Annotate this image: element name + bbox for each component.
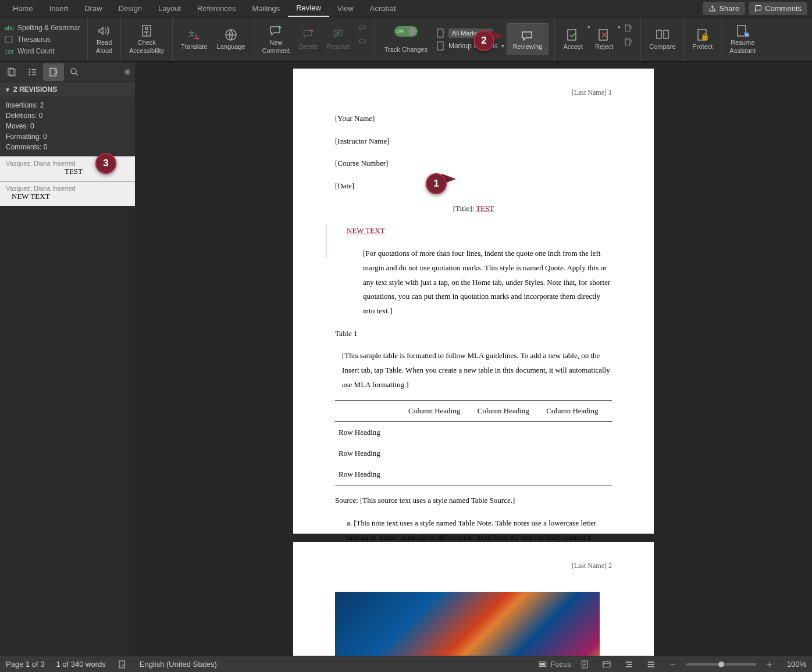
- revisions-title: 2 REVISIONS: [13, 85, 57, 94]
- comments-button[interactable]: Comments: [749, 2, 807, 15]
- revision-item[interactable]: Vasquez, Diana Inserted NEW TEXT: [0, 181, 135, 206]
- language-button[interactable]: Language: [212, 20, 250, 59]
- delete-comment-button[interactable]: Delete: [294, 20, 322, 59]
- focus-mode-button[interactable]: Focus: [537, 658, 571, 671]
- document-page-1[interactable]: [Last Name] 1 [Your Name] [Instructor Na…: [293, 69, 654, 534]
- svg-point-4: [145, 27, 148, 30]
- revision-author: Vasquez, Diana Inserted: [6, 185, 129, 192]
- doc-new-text-insertion[interactable]: NEW TEXT: [347, 224, 612, 238]
- doc-source[interactable]: Source: [This source text uses a style n…: [335, 494, 612, 508]
- doc-table-caption[interactable]: [This sample table is formatted to follo…: [342, 349, 612, 392]
- doc-date[interactable]: [Date]: [335, 179, 612, 194]
- draft-view-button[interactable]: [642, 658, 660, 671]
- thumbnails-tab[interactable]: [1, 63, 22, 81]
- deletions-count: Deletions: 0: [6, 110, 129, 121]
- next-comment-button[interactable]: [356, 36, 370, 49]
- check-accessibility-button[interactable]: Check Accessibility: [124, 20, 169, 59]
- share-icon: [708, 5, 716, 12]
- outline-tab[interactable]: [22, 63, 43, 81]
- tab-home[interactable]: Home: [5, 1, 41, 16]
- document-area[interactable]: [Last Name] 1 [Your Name] [Instructor Na…: [135, 62, 812, 656]
- svg-text:文: 文: [188, 30, 195, 37]
- compare-button[interactable]: Compare: [644, 20, 680, 59]
- new-comment-button[interactable]: New Comment: [258, 20, 295, 59]
- accept-button[interactable]: Accept: [558, 27, 587, 52]
- close-panel-button[interactable]: [121, 66, 134, 78]
- toggle-on-label: ON: [397, 28, 404, 34]
- svg-rect-32: [603, 662, 610, 667]
- zoom-level[interactable]: 100%: [783, 660, 806, 669]
- tab-mailings[interactable]: Mailings: [244, 1, 289, 16]
- track-changes-toggle[interactable]: ON: [394, 26, 418, 37]
- svg-point-23: [29, 72, 30, 73]
- revision-text: NEW TEXT: [6, 192, 129, 201]
- zoom-in-button[interactable]: +: [761, 658, 778, 671]
- status-page[interactable]: Page 1 of 3: [6, 660, 45, 669]
- thesaurus-button[interactable]: Thesaurus: [3, 35, 81, 44]
- web-layout-button[interactable]: [598, 658, 615, 671]
- accessibility-icon: [140, 24, 154, 38]
- doc-title-prefix: [Title]:: [453, 204, 476, 213]
- find-tab[interactable]: [64, 63, 85, 81]
- print-layout-button[interactable]: [576, 658, 593, 671]
- next-change-button[interactable]: [622, 36, 636, 49]
- read-aloud-button[interactable]: Read Aloud: [91, 20, 117, 59]
- tab-design[interactable]: Design: [111, 1, 150, 16]
- resolve-comment-button[interactable]: Resolve: [322, 20, 355, 59]
- tab-acrobat[interactable]: Acrobat: [362, 1, 404, 16]
- reject-button[interactable]: Reject: [590, 27, 618, 52]
- doc-table-label[interactable]: Table 1: [335, 327, 612, 341]
- insertions-count: Insertions: 2: [6, 100, 129, 110]
- table-row[interactable]: Row Heading: [335, 464, 612, 485]
- spelling-grammar-button[interactable]: abc Spelling & Grammar: [3, 23, 81, 33]
- doc-quote-block[interactable]: [For quotations of more than four lines,…: [363, 246, 612, 318]
- tab-view[interactable]: View: [329, 1, 362, 16]
- tab-layout[interactable]: Layout: [150, 1, 189, 16]
- translate-label: Translate: [181, 43, 207, 51]
- protect-button[interactable]: Protect: [688, 20, 717, 59]
- tab-draw[interactable]: Draw: [76, 1, 110, 16]
- reviewing-pane-button[interactable]: Reviewing: [507, 23, 549, 55]
- table-row[interactable]: Row Heading: [335, 422, 612, 444]
- svg-rect-12: [625, 39, 630, 45]
- svg-text:123: 123: [5, 49, 13, 55]
- doc-course[interactable]: [Course Number]: [335, 156, 612, 171]
- share-button[interactable]: Share: [703, 2, 745, 15]
- revisions-header[interactable]: ▼ 2 REVISIONS: [0, 83, 135, 96]
- tab-review[interactable]: Review: [288, 0, 329, 17]
- thesaurus-icon: [5, 36, 14, 43]
- resume-assistant-button[interactable]: in Resume Assistant: [725, 20, 760, 59]
- doc-title-line[interactable]: [Title]: TEST: [335, 202, 612, 216]
- tab-references[interactable]: References: [189, 1, 244, 16]
- doc-instructor[interactable]: [Instructor Name]: [335, 134, 612, 149]
- revisions-tab[interactable]: [43, 63, 64, 81]
- tab-insert[interactable]: Insert: [41, 1, 77, 16]
- status-language[interactable]: English (United States): [140, 660, 217, 669]
- protect-icon: [696, 28, 710, 42]
- row-heading: Row Heading: [335, 464, 405, 485]
- doc-image[interactable]: [335, 592, 600, 656]
- zoom-thumb[interactable]: [718, 662, 724, 667]
- ribbon: abc Spelling & Grammar Thesaurus 123 Wor…: [0, 17, 812, 62]
- doc-your-name[interactable]: [Your Name]: [335, 112, 612, 126]
- wordcount-label: Word Count: [17, 47, 55, 55]
- prev-change-button[interactable]: [622, 22, 636, 35]
- prev-comment-button[interactable]: [356, 22, 370, 35]
- zoom-slider[interactable]: [686, 663, 756, 666]
- change-indicator-bar: [326, 224, 326, 258]
- status-words[interactable]: 1 of 340 words: [56, 660, 106, 669]
- doc-note[interactable]: a. [This note text uses a style named Ta…: [347, 516, 612, 545]
- callout-label: 2: [481, 35, 486, 47]
- svg-rect-11: [625, 25, 630, 31]
- outline-view-button[interactable]: [620, 658, 638, 671]
- word-count-button[interactable]: 123 Word Count: [3, 47, 81, 56]
- doc-table[interactable]: Column Heading Column Heading Column Hea…: [335, 400, 612, 485]
- zoom-out-button[interactable]: −: [664, 658, 682, 671]
- spelling-icon: abc: [5, 24, 14, 31]
- translate-button[interactable]: 文 Translate: [176, 20, 212, 59]
- table-row[interactable]: Row Heading: [335, 443, 612, 464]
- document-page-2[interactable]: [Last Name] 2: [293, 542, 654, 656]
- status-spellcheck[interactable]: [117, 660, 128, 669]
- moves-count: Moves: 0: [6, 121, 129, 131]
- reject-label: Reject: [595, 43, 613, 51]
